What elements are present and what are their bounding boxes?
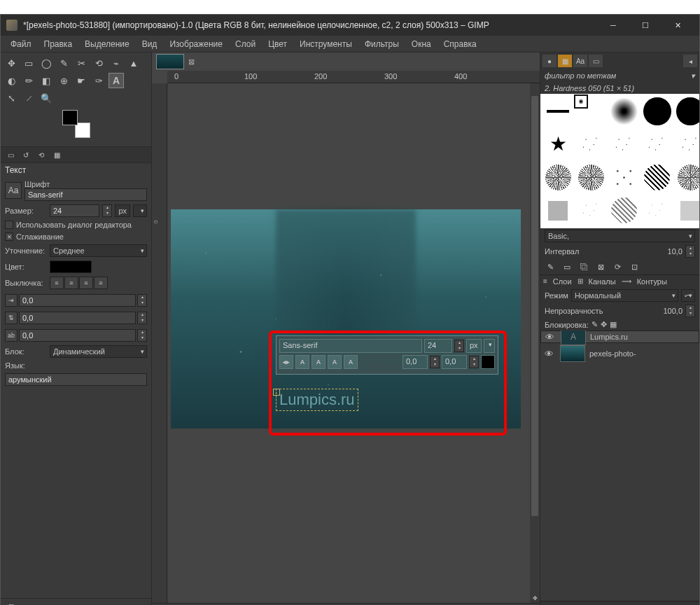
size-input[interactable]: 24: [50, 204, 99, 217]
text-move-handle[interactable]: [273, 389, 280, 396]
tool-warp[interactable]: ⌁: [108, 55, 124, 71]
layer-list[interactable]: 👁 A Lumpics.ru 👁 pexels-photo-: [540, 331, 699, 601]
te-unit[interactable]: px: [466, 339, 482, 353]
vertical-scrollbar[interactable]: [530, 83, 540, 603]
brush-item[interactable]: [674, 162, 699, 194]
brush-item[interactable]: [608, 195, 640, 227]
rtab-brushes[interactable]: ●: [542, 55, 556, 67]
brush-item[interactable]: [674, 95, 699, 127]
te-color-swatch[interactable]: [481, 355, 495, 369]
justify-center[interactable]: ≡: [79, 277, 93, 289]
tool-path[interactable]: ✑: [91, 73, 106, 88]
justify-left[interactable]: ≡: [50, 277, 64, 289]
brush-item[interactable]: [542, 195, 574, 227]
interval-spinner[interactable]: ▴▾: [685, 245, 695, 258]
rtab-fonts[interactable]: Aa: [573, 55, 587, 67]
tool-free-select[interactable]: ◯: [38, 55, 54, 71]
tab-images[interactable]: ▦: [50, 148, 64, 161]
te-kerning-spinner[interactable]: ▴▾: [469, 356, 479, 368]
box-select[interactable]: Динамический: [50, 345, 147, 358]
te-baseline-spinner[interactable]: ▴▾: [430, 356, 440, 368]
minimize-button[interactable]: ─: [597, 15, 629, 36]
menu-view[interactable]: Вид: [136, 37, 163, 51]
brush-del-icon[interactable]: ⊠: [595, 261, 606, 272]
justify-right[interactable]: ≡: [64, 277, 78, 289]
tab-channels[interactable]: Каналы: [589, 277, 616, 286]
tab-device[interactable]: ↺: [19, 148, 33, 161]
tool-rect-select[interactable]: ▭: [21, 55, 36, 71]
menu-file[interactable]: Файл: [5, 37, 37, 51]
tool-crop[interactable]: ✂: [74, 55, 89, 71]
tab-undo[interactable]: ⟲: [34, 148, 48, 161]
text-content[interactable]: Lumpics.ru: [276, 389, 358, 411]
brush-item[interactable]: [608, 128, 640, 160]
layer-visible-icon[interactable]: 👁: [545, 349, 556, 359]
te-underline-btn[interactable]: A: [328, 355, 342, 369]
canvas[interactable]: Sans-serif 24 ▴▾ px ◂▸ A A A A 0,0 ▴▾ 0,…: [167, 83, 540, 603]
tool-smudge[interactable]: ☛: [74, 73, 89, 88]
tool-measure[interactable]: ⟋: [21, 90, 36, 106]
brush-item[interactable]: [608, 95, 640, 127]
mode-select[interactable]: Нормальный: [571, 289, 678, 302]
save-preset-button[interactable]: 💾: [4, 601, 19, 605]
justify-fill[interactable]: ≡: [94, 277, 108, 289]
text-color-swatch[interactable]: [50, 260, 92, 273]
rtab-menu[interactable]: ◂: [683, 55, 697, 67]
lock-pixels-icon[interactable]: ✎: [592, 320, 598, 329]
tool-text[interactable]: A: [108, 73, 124, 88]
brush-edit-icon[interactable]: ✎: [545, 261, 556, 272]
brush-item[interactable]: [542, 162, 574, 194]
menu-image[interactable]: Изображение: [164, 37, 228, 51]
brush-new-icon[interactable]: ▭: [561, 261, 573, 272]
floating-text-editor[interactable]: Sans-serif 24 ▴▾ px ◂▸ A A A A 0,0 ▴▾ 0,…: [276, 335, 498, 375]
canvas-nav-icon[interactable]: ✥: [530, 593, 540, 603]
indent-spinner[interactable]: ▴▾: [137, 294, 147, 307]
brush-dup-icon[interactable]: ⿻: [578, 261, 589, 272]
menu-select[interactable]: Выделение: [79, 37, 135, 51]
mode-switch[interactable]: ⤺: [681, 289, 695, 302]
menu-layer[interactable]: Слой: [230, 37, 261, 51]
lang-input[interactable]: арумынский: [5, 373, 147, 386]
brush-filter[interactable]: фильтр по меткам▾: [540, 69, 699, 83]
layer-row[interactable]: 👁 pexels-photo-: [540, 343, 699, 364]
brush-item[interactable]: [641, 162, 673, 194]
size-unit-dd[interactable]: [133, 204, 147, 217]
rtab-history[interactable]: ▭: [589, 55, 603, 67]
menu-windows[interactable]: Окна: [406, 37, 437, 51]
te-unit-dd[interactable]: [484, 339, 495, 353]
tool-move[interactable]: ✥: [4, 55, 19, 71]
tool-transform[interactable]: ⟲: [91, 55, 106, 71]
tool-pencil[interactable]: ✏: [21, 73, 36, 88]
text-layer-on-canvas[interactable]: Lumpics.ru: [276, 389, 358, 411]
tab-paths[interactable]: Контуры: [637, 277, 667, 286]
te-font-input[interactable]: Sans-serif: [279, 339, 422, 353]
menu-filters[interactable]: Фильтры: [359, 37, 405, 51]
linespacing-spinner[interactable]: ▴▾: [137, 312, 147, 324]
te-baseline-input[interactable]: 0,0: [402, 355, 428, 369]
linespacing-input[interactable]: 0,0: [19, 312, 136, 324]
te-kerning-input[interactable]: 0,0: [442, 355, 467, 369]
letterspacing-input[interactable]: 0,0: [19, 329, 136, 342]
brush-item[interactable]: [641, 195, 673, 227]
restore-preset-button[interactable]: ↶: [21, 601, 36, 605]
tool-bucket[interactable]: ▲: [126, 55, 141, 71]
antialias-checkbox[interactable]: ✕: [5, 232, 13, 241]
tool-zoom[interactable]: 🔍: [38, 90, 54, 106]
brush-refresh-icon[interactable]: ⟳: [612, 261, 623, 272]
brush-item[interactable]: [575, 162, 607, 194]
tool-eraser[interactable]: ◧: [38, 73, 54, 88]
te-strike-btn[interactable]: A: [344, 355, 358, 369]
lock-alpha-icon[interactable]: ▦: [610, 320, 617, 329]
layer-name[interactable]: pexels-photo-: [589, 349, 636, 358]
te-size-spinner[interactable]: ▴▾: [454, 340, 464, 352]
maximize-button[interactable]: ☐: [629, 15, 662, 36]
letterspacing-spinner[interactable]: ▴▾: [137, 329, 147, 342]
layer-visible-icon[interactable]: 👁: [545, 332, 556, 342]
hint-select[interactable]: Среднее: [50, 244, 147, 257]
doc-tab-thumbnail[interactable]: [156, 54, 184, 69]
brush-item[interactable]: [575, 128, 607, 160]
brush-item[interactable]: [641, 95, 673, 127]
lock-position-icon[interactable]: ✥: [601, 320, 607, 329]
layer-row[interactable]: 👁 A Lumpics.ru: [540, 331, 699, 343]
brush-item[interactable]: ★: [542, 128, 574, 160]
